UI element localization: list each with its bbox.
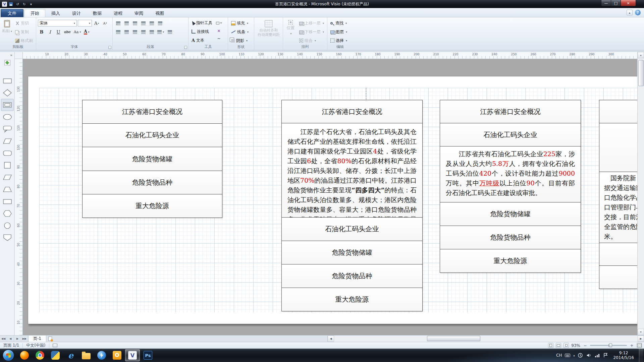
tab-进程[interactable]: 进程 [108, 9, 128, 17]
stencil-shape-rounded-rectangle[interactable] [1, 147, 14, 159]
stencil-shape-square[interactable] [1, 159, 14, 171]
fit-page-button[interactable] [637, 343, 642, 348]
diagram-box[interactable]: 危险货物储罐 [82, 147, 222, 171]
taskbar-app-firefox[interactable] [17, 349, 32, 361]
language-indicator[interactable]: 中文(中国) [23, 343, 49, 348]
find-button[interactable]: 查找▾ [329, 19, 351, 27]
diagram-box[interactable]: 重大危险源 [281, 288, 423, 311]
diagram-box[interactable] [599, 243, 637, 266]
show-desktop-button[interactable] [639, 349, 643, 362]
paste-button[interactable]: 粘贴▾ [2, 19, 12, 45]
horizontal-scrollbar[interactable]: ◀ ▶ [327, 336, 644, 342]
layers-button[interactable]: 图层▾ [329, 28, 351, 36]
font-color-button[interactable]: A▾ [83, 28, 90, 36]
undo-button[interactable]: ↺ [15, 2, 20, 7]
justify-button[interactable] [140, 28, 147, 36]
diagram-box[interactable] [599, 265, 637, 289]
diagram-box[interactable] [599, 123, 637, 172]
fullscreen-view-button[interactable] [556, 343, 561, 348]
scroll-right-button[interactable]: ▶ [638, 336, 644, 342]
paragraph-spacing-button[interactable] [148, 20, 155, 27]
volume-icon[interactable] [586, 353, 591, 358]
help-button[interactable]: ? [635, 10, 641, 15]
taskbar-app-outlook[interactable]: O [110, 349, 124, 361]
stencil-shape-rectangle[interactable] [1, 75, 14, 87]
zoom-level[interactable]: 93% [571, 343, 580, 348]
scroll-up-button[interactable]: ▴ [638, 52, 644, 58]
numbering-button[interactable] [123, 20, 130, 27]
auto-align-button[interactable]: 自动对齐和自动调整间距 [256, 19, 281, 37]
diagram-box[interactable]: 石油化工码头企业 [82, 123, 222, 147]
font-size-select[interactable]: ▾ [78, 20, 92, 26]
visio-app-icon[interactable]: V [2, 2, 7, 7]
normal-view-button[interactable] [548, 343, 553, 348]
zoom-slider[interactable] [590, 345, 627, 346]
save-button[interactable] [8, 2, 14, 7]
taskbar-app-python[interactable] [48, 349, 63, 361]
tab-审阅[interactable]: 审阅 [128, 9, 149, 17]
change-case-button[interactable]: Aa▾ [73, 28, 82, 36]
shadow-button[interactable]: 阴影▾ [230, 37, 252, 45]
page-nav-button[interactable]: ▶▶ [21, 336, 28, 342]
group-button[interactable]: 组合▾ [298, 37, 325, 45]
underline-button[interactable]: U [55, 28, 62, 36]
page-indicator[interactable]: 页面 1/1 [0, 343, 22, 348]
diagram-box[interactable]: 江苏省港口安全概况 [440, 100, 581, 123]
connector-tool-button[interactable]: 连接线 [190, 27, 214, 36]
page-nav-button[interactable]: ◀◀ [0, 336, 7, 342]
increase-font-button[interactable]: A▴ [93, 20, 100, 27]
taskbar-app-ie[interactable]: e [63, 349, 78, 361]
stencil-shape-parallelogram[interactable] [1, 171, 14, 183]
diagram-box[interactable]: 危险货物品种 [440, 226, 581, 249]
horizontal-ruler[interactable]: 1020304050607080901001101201301401501601… [23, 52, 637, 59]
stencil-shape-ellipse[interactable] [1, 111, 14, 123]
stencil-shape-parallelogram[interactable] [1, 135, 14, 147]
decrease-indent-button[interactable] [131, 20, 139, 27]
diagram-box[interactable]: 重大危险源 [82, 194, 222, 218]
align-center-button[interactable] [123, 28, 130, 36]
stencil-shape-shield[interactable] [1, 232, 14, 244]
taskbar-clock[interactable]: 9:12 2014/5/16 [611, 351, 636, 360]
bullets-button[interactable] [114, 20, 122, 27]
bold-button[interactable]: B [38, 28, 45, 36]
stencil-shape-diamond[interactable] [1, 87, 14, 99]
diagram-box[interactable]: 石油化工码头企业 [440, 123, 581, 146]
vertical-scrollbar[interactable]: ▴ ▾ [637, 52, 644, 335]
zoom-in-button[interactable]: + [629, 343, 634, 348]
diagram-box[interactable]: 危险货物储罐 [281, 241, 423, 264]
stencil-icon[interactable] [4, 60, 10, 65]
diagram-box[interactable]: 江苏省港口安全概况 [82, 100, 222, 124]
pan-zoom-view-button[interactable] [564, 343, 569, 348]
decrease-font-button[interactable]: A▾ [101, 20, 109, 27]
increase-indent-button[interactable] [140, 20, 147, 27]
keyboard-icon[interactable] [565, 353, 570, 358]
zoom-slider-thumb[interactable] [609, 343, 612, 347]
columns-button[interactable] [166, 28, 173, 36]
tab-开始[interactable]: 开始 [24, 9, 45, 17]
diagram-box[interactable]: 危险货物储罐 [440, 202, 581, 226]
diagram-box[interactable] [599, 100, 637, 123]
diagram-box[interactable]: 石油化工码头企业 [281, 217, 423, 241]
cut-button[interactable]: 剪切 [14, 19, 34, 27]
stencil-shape-hexagon[interactable] [1, 207, 14, 220]
select-button[interactable]: 选择▾ [329, 37, 351, 45]
stencil-shape-callout[interactable] [1, 123, 14, 135]
format-painter-button[interactable]: 格式刷 [14, 37, 34, 45]
zoom-out-button[interactable]: − [583, 343, 588, 348]
tab-数据[interactable]: 数据 [87, 9, 108, 17]
drawing-canvas[interactable]: 江苏省港口安全概况石油化工码头企业危险货物储罐危险货物品种重大危险源 江苏省港口… [23, 59, 637, 335]
close-button[interactable]: × [621, 0, 636, 6]
horizontal-scroll-track[interactable] [334, 336, 638, 342]
line-spacing-button[interactable]: ▾ [156, 28, 165, 36]
update-icon[interactable] [578, 353, 583, 358]
horizontal-scroll-thumb[interactable] [427, 336, 480, 341]
macro-record-button[interactable] [49, 344, 61, 347]
insert-page-button[interactable] [46, 336, 54, 342]
italic-button[interactable]: I [46, 28, 54, 36]
copy-button[interactable]: 复制 [14, 28, 34, 36]
maximize-button[interactable]: □ [611, 0, 621, 6]
diagram-paragraph[interactable]: 江苏省共有石油化工码头企业225家，涉及从业人员大约5.8万人，拥有专业化石油化… [440, 146, 581, 202]
tab-file[interactable]: 文件 [1, 9, 23, 17]
text-direction-button[interactable] [156, 20, 164, 27]
pointer-tool-button[interactable]: 指针工具 [190, 19, 214, 27]
